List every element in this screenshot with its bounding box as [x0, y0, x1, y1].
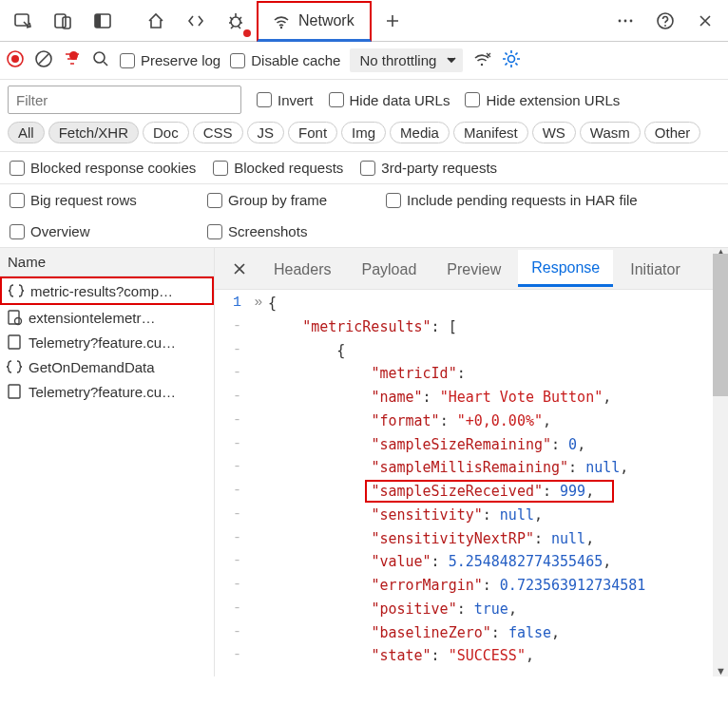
close-detail-icon[interactable]: [222, 261, 257, 276]
hide-extension-urls-checkbox[interactable]: Hide extension URLs: [465, 92, 620, 108]
group-by-frame-checkbox[interactable]: Group by frame: [207, 192, 369, 208]
request-list: Name metric-results?comp… extensiontelem…: [0, 248, 215, 676]
type-font[interactable]: Font: [288, 122, 337, 143]
type-css[interactable]: CSS: [193, 122, 243, 143]
search-icon[interactable]: [91, 49, 110, 71]
request-detail-panel: Headers Payload Preview Response Initiat…: [215, 248, 728, 676]
json-file-icon: [6, 358, 23, 375]
tab-initiator[interactable]: Initiator: [617, 252, 693, 286]
name-column-header[interactable]: Name: [0, 248, 214, 276]
type-other[interactable]: Other: [644, 122, 701, 143]
filter-options-row-b: Big request rows Group by frame Include …: [0, 183, 728, 216]
debug-icon[interactable]: [217, 3, 255, 39]
filter-input[interactable]: [8, 86, 241, 114]
network-tab-label: Network: [298, 12, 354, 29]
network-conditions-icon[interactable]: [472, 49, 491, 71]
request-row[interactable]: metric-results?comp…: [0, 276, 214, 305]
tab-headers[interactable]: Headers: [260, 252, 344, 286]
svg-point-17: [508, 56, 515, 63]
resource-type-filters: All Fetch/XHR Doc CSS JS Font Img Media …: [0, 118, 728, 152]
svg-point-6: [280, 27, 282, 29]
blocked-cookies-checkbox[interactable]: Blocked response cookies: [10, 160, 196, 176]
preserve-log-checkbox[interactable]: Preserve log: [120, 52, 220, 68]
type-fetch-xhr[interactable]: Fetch/XHR: [48, 122, 139, 143]
overview-checkbox[interactable]: Overview: [10, 223, 190, 239]
big-rows-checkbox[interactable]: Big request rows: [10, 192, 190, 208]
tab-preview[interactable]: Preview: [433, 252, 514, 286]
more-icon[interactable]: [606, 3, 644, 39]
svg-point-13: [11, 55, 19, 63]
third-party-checkbox[interactable]: 3rd-party requests: [360, 160, 497, 176]
highlight-sample-size-received: [365, 480, 614, 503]
settings-icon[interactable]: [501, 48, 522, 72]
filter-options-row-a: Blocked response cookies Blocked request…: [0, 152, 728, 183]
home-icon[interactable]: [137, 3, 175, 39]
type-media[interactable]: Media: [390, 122, 450, 143]
filter-options-row-c: Overview Screenshots: [0, 216, 728, 247]
line-gutter: 1 --- --- --- --- ---: [215, 292, 249, 668]
svg-rect-4: [95, 14, 101, 28]
fold-toggle[interactable]: »: [249, 292, 268, 668]
request-row[interactable]: Telemetry?feature.cu…: [0, 379, 214, 404]
type-all[interactable]: All: [8, 122, 45, 143]
screenshots-checkbox[interactable]: Screenshots: [207, 223, 307, 239]
inspect-element-icon[interactable]: [4, 3, 42, 39]
record-button[interactable]: [6, 49, 25, 71]
svg-point-15: [94, 52, 105, 63]
svg-point-7: [619, 19, 622, 22]
network-split-view: Name metric-results?comp… extensiontelem…: [0, 247, 728, 676]
request-row[interactable]: Telemetry?feature.cu…: [0, 330, 214, 354]
filter-toggle-icon[interactable]: [63, 49, 82, 71]
type-doc[interactable]: Doc: [143, 122, 189, 143]
dock-side-icon[interactable]: [84, 3, 122, 39]
type-img[interactable]: Img: [341, 122, 386, 143]
type-manifest[interactable]: Manifest: [453, 122, 528, 143]
close-devtools-icon[interactable]: [686, 3, 724, 39]
devtools-top-toolbar: Network: [0, 0, 728, 42]
doc-icon: [6, 333, 23, 351]
include-pending-checkbox[interactable]: Include pending requests in HAR file: [386, 192, 638, 208]
tab-response[interactable]: Response: [518, 250, 613, 287]
clear-button[interactable]: [34, 49, 53, 71]
vertical-scrollbar[interactable]: ▲ ▼: [713, 248, 728, 676]
disable-cache-checkbox[interactable]: Disable cache: [230, 52, 340, 68]
hide-data-urls-checkbox[interactable]: Hide data URLs: [329, 92, 450, 108]
device-toolbar-icon[interactable]: [44, 3, 82, 39]
request-row[interactable]: GetOnDemandData: [0, 354, 214, 379]
new-tab-icon[interactable]: [374, 3, 412, 39]
svg-rect-20: [9, 335, 20, 349]
svg-rect-21: [9, 385, 20, 398]
response-body[interactable]: 1 --- --- --- --- --- » { "metricResults…: [215, 290, 728, 668]
svg-point-9: [630, 19, 633, 22]
type-ws[interactable]: WS: [532, 122, 576, 143]
blocked-requests-checkbox[interactable]: Blocked requests: [213, 160, 343, 176]
network-toolbar: Preserve log Disable cache No throttling: [0, 42, 728, 80]
invert-checkbox[interactable]: Invert: [257, 92, 314, 108]
json-file-icon: [8, 282, 25, 299]
doc-icon: [6, 383, 23, 400]
svg-point-11: [664, 25, 666, 27]
network-tab[interactable]: Network: [257, 1, 372, 42]
svg-point-8: [624, 19, 627, 22]
type-wasm[interactable]: Wasm: [580, 122, 641, 143]
filter-row: Invert Hide data URLs Hide extension URL…: [0, 80, 728, 118]
detail-tabs: Headers Payload Preview Response Initiat…: [215, 248, 728, 290]
svg-rect-1: [55, 14, 66, 28]
help-icon[interactable]: [646, 3, 684, 39]
svg-point-16: [481, 64, 483, 66]
type-js[interactable]: JS: [247, 122, 285, 143]
sources-icon[interactable]: [177, 3, 215, 39]
throttling-select[interactable]: No throttling: [350, 48, 463, 72]
doc-gear-icon: [6, 309, 23, 326]
request-row[interactable]: extensiontelemetr…: [0, 305, 214, 330]
wifi-icon: [272, 11, 291, 30]
tab-payload[interactable]: Payload: [348, 252, 430, 286]
